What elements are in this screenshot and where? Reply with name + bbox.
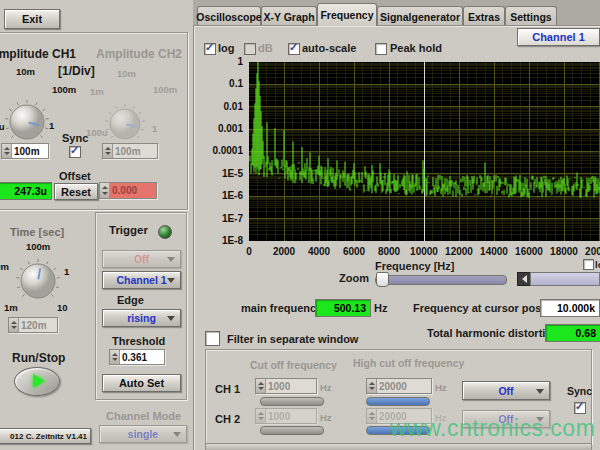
spinner-arrows-icon[interactable] — [110, 350, 120, 364]
trigger-mode-dropdown[interactable]: Off — [102, 250, 181, 268]
trigger-panel — [95, 212, 187, 400]
per-div-label: [1/Div] — [58, 64, 95, 78]
filter-sync-checkbox[interactable]: ✓ — [574, 402, 586, 414]
y-tick: 1E-8 — [203, 235, 243, 246]
ch2-high-cutoff-slider[interactable] — [366, 426, 430, 435]
tab-settings[interactable]: Settings — [505, 6, 557, 26]
amplitude-sync-checkbox[interactable]: ✓ — [69, 146, 81, 158]
trigger-title: Trigger — [109, 224, 148, 236]
spinner-arrows-icon[interactable] — [2, 144, 12, 158]
tab-oscilloscope[interactable]: Oscilloscope — [197, 6, 261, 26]
chevron-down-icon — [536, 389, 544, 394]
ch2-cutoff-slider[interactable] — [260, 426, 324, 435]
amplitude-ch1-value-spinner[interactable]: 100m — [1, 143, 49, 159]
time-value-spinner[interactable]: 120m — [8, 317, 58, 333]
x-log-checkbox[interactable] — [583, 259, 594, 270]
amplitude-ch1-title: Amplitude CH1 — [0, 47, 76, 61]
chevron-down-icon — [167, 257, 175, 262]
check-icon: ✓ — [575, 400, 584, 413]
filter-window-label: Filter in separate window — [227, 333, 358, 345]
exit-button[interactable]: Exit — [4, 9, 60, 29]
tab-xy-graph[interactable]: X-Y Graph — [261, 6, 317, 26]
filter-sync-label: Sync — [567, 385, 592, 397]
spinner-arrows-icon[interactable] — [103, 144, 113, 158]
y-tick: 1E-5 — [203, 168, 243, 179]
db-label: dB — [258, 42, 273, 54]
y-tick: 0.01 — [203, 101, 243, 112]
check-icon: ✓ — [289, 41, 298, 54]
ch2-high-cutoff-spinner[interactable]: 20000 — [366, 408, 432, 424]
zoom-slider-thumb[interactable] — [376, 272, 389, 287]
hz-unit: Hz — [320, 382, 332, 393]
autoscale-checkbox[interactable]: ✓ — [288, 43, 300, 55]
db-checkbox[interactable] — [244, 43, 256, 55]
spinner-arrows-icon[interactable] — [9, 318, 19, 332]
y-tick: 0.0001 — [203, 145, 243, 156]
ch1-filter-mode-dropdown[interactable]: Off — [462, 381, 550, 400]
check-icon: ✓ — [205, 41, 214, 54]
ch1-high-cutoff-spinner[interactable]: 20000 — [366, 378, 432, 394]
ch2-row-label: CH 2 — [215, 413, 240, 425]
run-indicator-icon — [33, 374, 45, 388]
threshold-spinner[interactable]: 0.361 — [109, 349, 165, 365]
main-frequency-unit: Hz — [374, 302, 387, 314]
amplitude-sync-label: Sync — [62, 132, 88, 144]
ch2-filter-mode-dropdown[interactable]: Off — [462, 410, 550, 428]
log-label: log — [218, 42, 235, 54]
spectrum-plot[interactable] — [249, 62, 600, 241]
app-window: Exit Oscilloscope X-Y Graph Frequency Si… — [0, 0, 600, 450]
offset-reset-button[interactable]: Reset — [54, 183, 98, 200]
spinner-arrows-icon[interactable] — [367, 379, 377, 393]
trigger-channel-dropdown[interactable]: Channel 1 — [102, 271, 181, 289]
chevron-down-icon — [536, 417, 544, 422]
main-frequency-value: 500.13 — [315, 299, 371, 317]
auto-set-button[interactable]: Auto Set — [102, 374, 181, 392]
channel-mode-label: Channel Mode — [106, 410, 181, 422]
chevron-down-icon — [173, 432, 181, 437]
run-stop-button[interactable] — [14, 367, 60, 396]
spinner-arrows-icon[interactable] — [256, 409, 266, 423]
bottom-scrollbar[interactable] — [205, 443, 592, 450]
ch1-cutoff-spinner[interactable]: 1000 — [255, 378, 317, 394]
thd-value: 0.68 — [545, 324, 600, 342]
hz-unit: Hz — [435, 412, 447, 423]
version-label: 012 C. Zeitnitz V1.41 — [0, 428, 91, 444]
x-tick: 20000 — [577, 246, 600, 257]
y-tick: 1E-6 — [203, 190, 243, 201]
channel-mode-dropdown[interactable]: single — [99, 425, 187, 443]
tab-signalgenerator[interactable]: Signalgenerator — [377, 6, 463, 26]
time-title: Time [sec] — [10, 226, 64, 238]
tab-strip: Oscilloscope X-Y Graph Frequency Signalg… — [193, 0, 600, 25]
hz-unit: Hz — [435, 382, 447, 393]
edge-label: Edge — [117, 294, 144, 306]
x-axis-label: Frequency [Hz] — [375, 260, 454, 272]
zoom-slider-track[interactable] — [375, 275, 507, 285]
ch2-cutoff-spinner[interactable]: 1000 — [255, 408, 317, 424]
time-knob[interactable] — [14, 257, 62, 305]
hz-unit: Hz — [320, 412, 332, 423]
log-checkbox[interactable]: ✓ — [204, 43, 216, 55]
peak-hold-checkbox[interactable] — [375, 43, 387, 55]
amplitude-ch2-value-spinner[interactable]: 100m — [102, 143, 158, 159]
filter-window-checkbox[interactable] — [205, 331, 220, 346]
tab-extras[interactable]: Extras — [463, 6, 505, 26]
y-tick: 1E-7 — [203, 213, 243, 224]
channel-select-button[interactable]: Channel 1 — [517, 28, 600, 46]
ch1-high-cutoff-slider[interactable] — [366, 397, 430, 406]
offset-ch2-spinner[interactable]: 0.000 — [99, 182, 157, 199]
spinner-arrows-icon[interactable] — [367, 409, 377, 423]
tab-frequency[interactable]: Frequency — [317, 3, 377, 26]
ch1-row-label: CH 1 — [215, 383, 240, 395]
spinner-arrows-icon[interactable] — [256, 379, 266, 393]
trigger-led — [158, 225, 172, 239]
ch1-cutoff-slider[interactable] — [260, 397, 324, 406]
cutoff-header: Cut off frequency — [250, 359, 337, 371]
cursor-position-value: 10.000k — [540, 299, 600, 317]
spinner-arrows-icon[interactable] — [100, 183, 110, 198]
amplitude-ch1-knob[interactable] — [3, 98, 51, 146]
scrollbar-track[interactable] — [530, 272, 600, 286]
amplitude-ch2-knob[interactable] — [103, 102, 147, 146]
y-tick: 0.1 — [203, 78, 243, 89]
autoscale-label: auto-scale — [302, 42, 356, 54]
trigger-edge-dropdown[interactable]: rising — [102, 309, 181, 327]
